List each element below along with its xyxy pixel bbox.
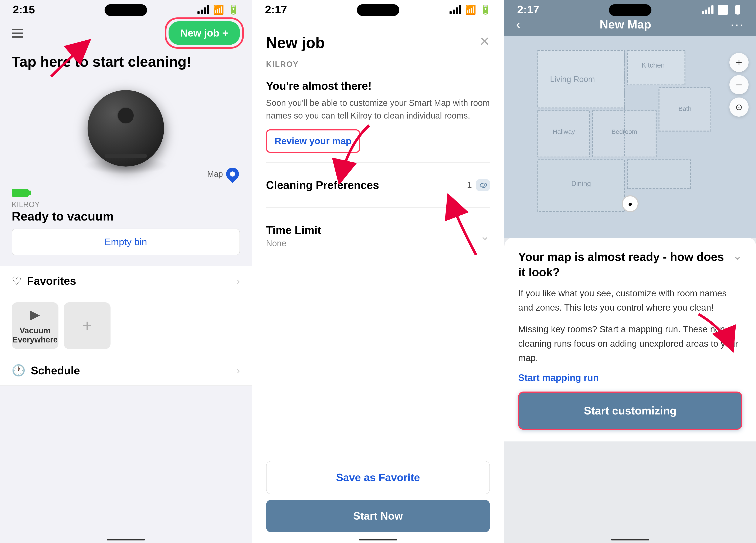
divider-2 (266, 207, 490, 208)
wifi-icon-2: 📶 (465, 4, 476, 15)
dynamic-island-2 (357, 4, 399, 16)
dynamic-island-1 (105, 4, 147, 16)
map-header: ‹ New Map ··· (504, 17, 756, 36)
review-map-link[interactable]: Review your map (266, 129, 360, 153)
modal-actions: Save as Favorite Start Now (266, 461, 490, 532)
battery-icon-status-2: 🔋 (480, 4, 491, 15)
home-indicator-2 (359, 539, 397, 540)
cleaning-pref-value: 1 (467, 179, 490, 191)
info-panel-chevron: ⌄ (733, 250, 742, 262)
dynamic-island-3 (609, 4, 651, 16)
zoom-out-button[interactable]: − (729, 75, 749, 94)
time-limit-chevron: ⌄ (480, 229, 490, 243)
new-job-button[interactable]: New job + (169, 21, 240, 45)
svg-rect-8 (627, 160, 691, 189)
map-title: New Map (600, 17, 651, 31)
locate-button[interactable]: ⊙ (729, 98, 749, 117)
svg-text:Bath: Bath (678, 105, 691, 112)
wifi-icon-1: 📶 (213, 4, 224, 15)
device-info: KILROY Ready to vacuum Empty bin (0, 187, 252, 266)
schedule-label: Schedule (31, 364, 80, 377)
map-label: Map (207, 170, 223, 179)
status-icons-2: 📶 🔋 (450, 4, 491, 15)
robot-body (88, 90, 164, 167)
home-indicator-3 (611, 539, 649, 540)
favorite-card-1[interactable]: ▶ Vacuum Everywhere (12, 302, 58, 349)
schedule-chevron: › (237, 364, 240, 376)
back-button[interactable]: ‹ (516, 17, 520, 32)
start-now-button[interactable]: Start Now (266, 500, 490, 532)
empty-bin-button[interactable]: Empty bin (12, 229, 240, 256)
favorites-chevron: › (237, 275, 240, 287)
status-icons-1: 📶 🔋 (197, 4, 239, 15)
almost-there-section: You're almost there! Soon you'll be able… (266, 80, 490, 153)
time-limit-row[interactable]: Time Limit None ⌄ (266, 217, 490, 255)
cleaning-pref-icon (476, 179, 490, 191)
modal-header: New job ✕ (266, 34, 490, 51)
svg-text:Dining: Dining (571, 180, 591, 187)
battery-indicator (12, 189, 29, 197)
modal-close-button[interactable]: ✕ (479, 34, 490, 49)
almost-there-desc: Soon you'll be able to customize your Sm… (266, 97, 490, 122)
almost-there-title: You're almost there! (266, 80, 490, 92)
favorite-card-add[interactable]: + (64, 302, 111, 349)
start-mapping-link[interactable]: Start mapping run (518, 372, 742, 383)
robot-bumper (105, 154, 147, 158)
battery-row (12, 189, 240, 197)
cleaning-preferences-row[interactable]: Cleaning Preferences 1 (266, 172, 490, 198)
start-customizing-button[interactable]: Start customizing (518, 391, 742, 430)
more-button[interactable]: ··· (730, 17, 744, 32)
info-panel-title: Your map is almost ready - how does it l… (518, 250, 733, 280)
favorites-label: Favorites (27, 274, 76, 287)
status-bar-1: 2:15 📶 🔋 (0, 0, 252, 17)
svg-point-0 (482, 184, 484, 186)
time-limit-value: None (266, 239, 321, 248)
svg-text:Living Room: Living Room (550, 75, 595, 84)
svg-text:Hallway: Hallway (553, 128, 575, 135)
info-panel: Your map is almost ready - how does it l… (504, 238, 756, 441)
suction-icon (479, 182, 487, 189)
time-3: 2:17 (517, 3, 539, 16)
map-view: Living Room Kitchen Hallway Bedroom Bath… (504, 36, 756, 238)
signal-icon-1 (197, 5, 209, 14)
wifi-icon-3: 📶 (717, 4, 728, 15)
phone-1: 2:15 📶 🔋 New job + (0, 0, 252, 543)
phone-2: 2:17 📶 🔋 New job ✕ KILROY You're almost … (252, 0, 505, 543)
signal-icon-3 (702, 5, 713, 14)
map-pin-icon[interactable] (223, 165, 241, 183)
time-limit-label: Time Limit (266, 224, 321, 237)
divider-1 (266, 162, 490, 163)
fav-card-1-label: Vacuum Everywhere (12, 326, 58, 344)
time-2: 2:17 (265, 3, 287, 16)
play-icon: ▶ (30, 307, 40, 322)
battery-icon-status-1: 🔋 (228, 4, 239, 15)
svg-text:Kitchen: Kitchen (642, 61, 665, 69)
signal-icon-2 (450, 5, 461, 14)
device-name: KILROY (12, 200, 240, 209)
nav-bar-1: New job + (0, 17, 252, 49)
device-status: Ready to vacuum (12, 209, 240, 223)
status-icons-3: 📶 🔋 (702, 4, 743, 15)
zoom-controls: + − ⊙ (729, 53, 749, 117)
home-indicator-1 (107, 539, 145, 540)
zoom-in-button[interactable]: + (729, 53, 749, 72)
save-favorite-button[interactable]: Save as Favorite (266, 461, 490, 494)
info-desc-1: If you like what you see, customize with… (518, 286, 742, 314)
modal-device-name: KILROY (266, 60, 490, 69)
status-bar-3: 2:17 📶 🔋 (504, 0, 756, 17)
phone-3: 2:17 📶 🔋 ‹ New Map ··· (504, 0, 756, 543)
modal-title: New job (266, 34, 325, 51)
map-badge: Map (207, 168, 239, 180)
robot-area: Map (0, 70, 252, 187)
battery-icon-status-3: 🔋 (732, 4, 743, 15)
favorites-section[interactable]: ♡ Favorites › (0, 266, 252, 296)
hero-text: Tap here to start cleaning! (0, 49, 252, 70)
menu-icon[interactable] (12, 29, 23, 38)
favorites-cards: ▶ Vacuum Everywhere + (0, 296, 252, 355)
cleaning-pref-label: Cleaning Preferences (266, 179, 379, 192)
add-icon: + (82, 316, 92, 335)
info-panel-header: Your map is almost ready - how does it l… (518, 250, 742, 280)
cleaning-pref-number: 1 (467, 180, 472, 190)
robot-map-indicator: ● (622, 195, 639, 212)
schedule-section[interactable]: 🕐 Schedule › (0, 355, 252, 385)
